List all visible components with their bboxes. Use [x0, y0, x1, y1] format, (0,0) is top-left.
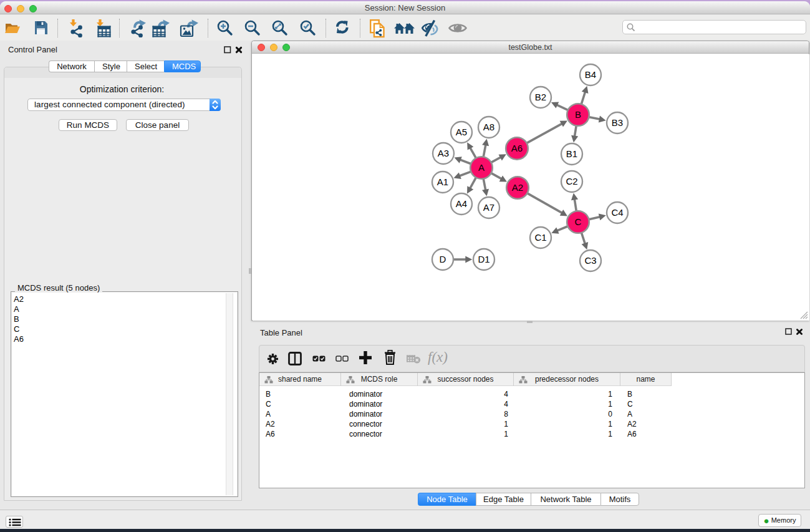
svg-text:D: D — [440, 254, 446, 264]
svg-text:A7: A7 — [483, 202, 494, 213]
svg-text:B4: B4 — [585, 69, 596, 80]
svg-text:A4: A4 — [456, 198, 467, 209]
svg-text:A6: A6 — [511, 143, 523, 153]
svg-text:A5: A5 — [456, 127, 467, 137]
svg-text:B1: B1 — [566, 148, 577, 159]
svg-text:B3: B3 — [612, 117, 623, 128]
svg-text:C2: C2 — [566, 176, 577, 186]
svg-text:A3: A3 — [438, 148, 449, 158]
svg-text:B2: B2 — [535, 92, 546, 102]
svg-text:A1: A1 — [437, 177, 448, 187]
svg-text:A2: A2 — [512, 182, 523, 193]
svg-text:B: B — [575, 109, 581, 120]
svg-text:A: A — [478, 162, 485, 173]
svg-text:D1: D1 — [478, 254, 489, 264]
svg-text:C3: C3 — [584, 255, 596, 266]
svg-text:C: C — [575, 216, 582, 227]
svg-text:C1: C1 — [534, 232, 546, 243]
svg-text:C4: C4 — [611, 207, 623, 218]
svg-text:A8: A8 — [483, 122, 494, 132]
